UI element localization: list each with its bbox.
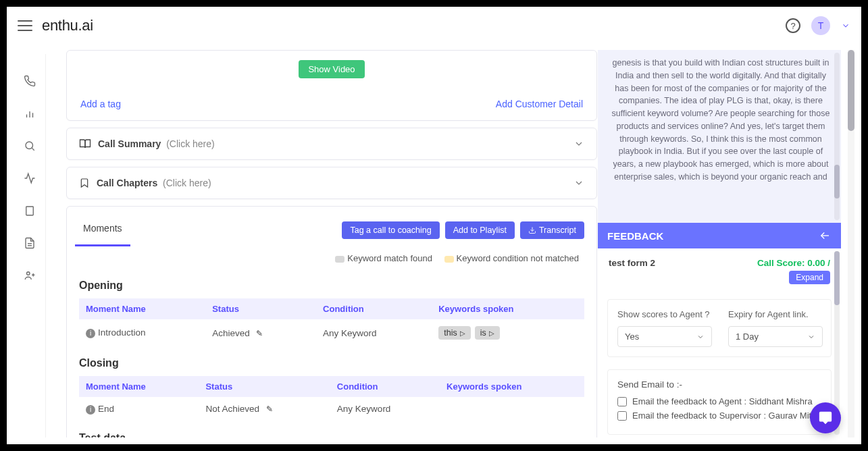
moments-table: Moment Name Status Condition Keywords sp… xyxy=(79,376,584,421)
edit-icon[interactable]: ✎ xyxy=(266,404,273,414)
chevron-down-icon[interactable] xyxy=(841,21,850,30)
info-icon[interactable]: i xyxy=(86,405,95,415)
right-panel: genesis is that you build with Indian co… xyxy=(598,50,841,437)
keyword-chip[interactable]: is▷ xyxy=(475,326,500,340)
arrow-left-icon[interactable] xyxy=(818,230,832,242)
tag-call-coaching-button[interactable]: Tag a call to coaching xyxy=(342,221,439,239)
call-score: Call Score: 0.00 / xyxy=(757,258,830,268)
chat-button[interactable] xyxy=(810,402,841,433)
left-sidebar xyxy=(14,54,46,437)
send-email-label: Send Email to :- xyxy=(617,379,821,390)
col-keywords: Keywords spoken xyxy=(440,376,584,397)
moments-table: Moment Name Status Condition Keywords sp… xyxy=(79,298,584,346)
video-card: Show Video Add a tag Add Customer Detail xyxy=(66,50,597,121)
moments-card: Moments Tag a call to coaching Add to Pl… xyxy=(66,206,597,437)
expand-button[interactable]: Expand xyxy=(789,271,830,284)
legend-notmatch-dot xyxy=(444,256,454,263)
page-scrollbar-thumb[interactable] xyxy=(848,50,854,131)
col-moment-name: Moment Name xyxy=(79,376,199,397)
feedback-header: FEEDBACK xyxy=(598,223,841,248)
call-summary-hint: (Click here) xyxy=(166,138,215,149)
main-content: Show Video Add a tag Add Customer Detail… xyxy=(46,50,600,437)
email-option-row[interactable]: Email the feedback to Agent : Siddhant M… xyxy=(617,396,821,406)
play-icon: ▷ xyxy=(460,329,465,337)
feedback-form-name: test form 2 xyxy=(609,258,655,268)
show-scores-select[interactable]: Yes xyxy=(617,326,712,347)
section-title: Opening xyxy=(79,280,584,292)
brand-logo: enthu.ai xyxy=(42,17,93,34)
tab-moments[interactable]: Moments xyxy=(75,213,130,246)
table-row: iIntroduction Achieved ✎ Any Keyword thi… xyxy=(79,319,584,346)
book-icon[interactable] xyxy=(23,204,36,217)
svg-point-8 xyxy=(26,272,30,275)
legend-match-dot xyxy=(335,256,344,263)
call-chapters-accordion[interactable]: Call Chapters (Click here) xyxy=(66,167,597,199)
col-moment-name: Moment Name xyxy=(79,298,205,319)
keyword-legend: Keyword match found Keyword condition no… xyxy=(67,246,596,269)
edit-icon[interactable]: ✎ xyxy=(256,329,263,338)
transcript-panel: genesis is that you build with Indian co… xyxy=(598,50,841,223)
col-status: Status xyxy=(205,298,316,319)
search-icon[interactable] xyxy=(23,139,36,153)
svg-point-3 xyxy=(26,142,33,149)
activity-icon[interactable] xyxy=(23,171,36,185)
call-chapters-label: Call Chapters xyxy=(97,178,157,188)
book-open-icon xyxy=(79,138,91,150)
email-checkbox[interactable] xyxy=(617,411,627,421)
chevron-down-icon xyxy=(573,138,584,149)
table-row: iEnd Not Achieved ✎ Any Keyword xyxy=(79,397,584,421)
svg-rect-5 xyxy=(26,207,33,215)
col-condition: Condition xyxy=(316,298,432,319)
expiry-select[interactable]: 1 Day xyxy=(728,326,823,347)
svg-line-4 xyxy=(32,148,34,150)
show-video-button[interactable]: Show Video xyxy=(299,60,364,78)
keyword-chip[interactable]: this▷ xyxy=(438,326,470,340)
bar-chart-icon[interactable] xyxy=(23,107,36,120)
phone-icon[interactable] xyxy=(23,74,36,88)
users-icon[interactable] xyxy=(23,269,36,282)
call-summary-label: Call Summary xyxy=(98,138,161,149)
col-condition: Condition xyxy=(330,376,440,397)
section-title: Closing xyxy=(79,357,584,369)
call-chapters-hint: (Click here) xyxy=(163,178,211,188)
add-customer-detail-link[interactable]: Add Customer Detail xyxy=(496,99,583,109)
feedback-options: Show scores to Agent ? Yes Expiry for Ag… xyxy=(607,299,832,357)
show-scores-label: Show scores to Agent ? xyxy=(617,309,712,319)
expiry-label: Expiry for Agent link. xyxy=(728,309,823,319)
chevron-down-icon xyxy=(573,178,584,188)
menu-icon[interactable] xyxy=(18,20,32,31)
col-keywords: Keywords spoken xyxy=(432,298,584,319)
call-summary-accordion[interactable]: Call Summary (Click here) xyxy=(66,128,597,160)
email-option-row[interactable]: Email the feedback to Supervisor : Gaura… xyxy=(617,410,821,421)
help-icon[interactable]: ? xyxy=(786,18,800,33)
add-tag-link[interactable]: Add a tag xyxy=(80,99,121,109)
chat-icon xyxy=(818,410,833,425)
col-status: Status xyxy=(199,376,330,397)
download-icon xyxy=(528,226,536,234)
chevron-down-icon xyxy=(807,333,815,341)
feedback-email-section: Send Email to :- Email the feedback to A… xyxy=(607,369,832,435)
scrollbar-thumb[interactable] xyxy=(834,251,840,305)
add-to-playlist-button[interactable]: Add to Playlist xyxy=(445,221,515,239)
app-header: enthu.ai ? T xyxy=(7,7,861,45)
feedback-body: test form 2 Call Score: 0.00 / Expand Sh… xyxy=(598,248,841,437)
chevron-down-icon xyxy=(696,333,705,341)
transcript-button[interactable]: Transcript xyxy=(520,221,584,239)
document-icon[interactable] xyxy=(23,236,36,250)
info-icon[interactable]: i xyxy=(86,329,95,338)
play-icon: ▷ xyxy=(489,329,494,337)
section-title: Test data xyxy=(79,432,584,438)
scrollbar-thumb[interactable] xyxy=(834,165,840,198)
email-checkbox[interactable] xyxy=(617,397,627,406)
bookmark-icon xyxy=(79,177,90,189)
avatar[interactable]: T xyxy=(811,16,830,35)
